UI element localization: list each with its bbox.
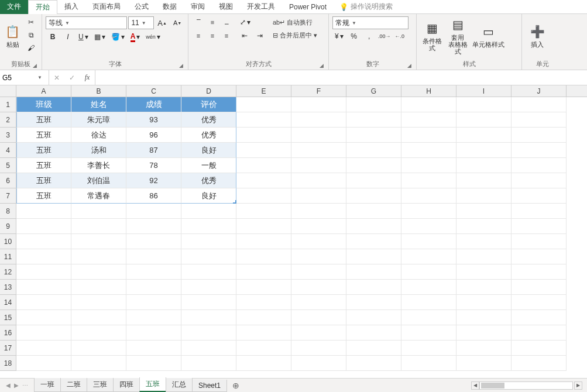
cell[interactable] — [16, 356, 71, 371]
row-header[interactable]: 6 — [0, 173, 16, 188]
cell[interactable] — [126, 295, 181, 310]
cancel-formula-button[interactable]: ✕ — [49, 70, 64, 85]
sheet-tab[interactable]: 四班 — [113, 378, 140, 392]
cell[interactable] — [291, 341, 346, 356]
tab-developer[interactable]: 开发工具 — [240, 0, 282, 14]
row-header[interactable]: 3 — [0, 128, 16, 143]
font-name-combo[interactable]: 等线▼ — [46, 16, 127, 29]
cell[interactable]: 朱元璋 — [71, 112, 126, 128]
cell[interactable] — [16, 204, 71, 219]
cell[interactable] — [512, 188, 567, 204]
cell[interactable] — [401, 143, 456, 158]
cell[interactable] — [71, 325, 126, 341]
cell[interactable] — [291, 249, 346, 264]
tab-data[interactable]: 数据 — [156, 0, 184, 14]
cell-styles-button[interactable]: ▭单元格样式 — [472, 16, 504, 55]
format-as-table-button[interactable]: ▤套用 表格格式 — [446, 16, 469, 55]
cell[interactable] — [456, 97, 512, 112]
cell[interactable] — [456, 234, 512, 249]
cell[interactable] — [16, 325, 71, 341]
cell[interactable] — [291, 310, 346, 325]
cell[interactable] — [16, 249, 71, 264]
row-header[interactable]: 17 — [0, 341, 16, 356]
cell[interactable]: 姓名 — [71, 97, 126, 112]
cell[interactable] — [456, 341, 512, 356]
cell[interactable] — [291, 325, 346, 341]
cell[interactable]: 班级 — [16, 97, 71, 112]
cell[interactable]: 93 — [126, 112, 181, 128]
clipboard-launcher[interactable]: ◢ — [33, 63, 37, 68]
sheet-tab[interactable]: 五班 — [139, 377, 166, 392]
row-header[interactable]: 9 — [0, 219, 16, 234]
cell[interactable] — [16, 234, 71, 249]
cell[interactable] — [181, 356, 236, 371]
sheet-tab[interactable]: 三班 — [87, 378, 114, 392]
cell[interactable] — [512, 173, 567, 188]
cell[interactable] — [401, 310, 456, 325]
row-header[interactable]: 2 — [0, 112, 16, 128]
cell[interactable] — [71, 204, 126, 219]
cell[interactable]: 五班 — [16, 128, 71, 143]
name-box-input[interactable] — [2, 74, 37, 82]
sheet-tab[interactable]: 汇总 — [166, 378, 193, 392]
cell[interactable] — [236, 356, 291, 371]
cell[interactable] — [456, 310, 512, 325]
cell[interactable] — [126, 249, 181, 264]
cell[interactable] — [291, 112, 346, 128]
row-header[interactable]: 18 — [0, 356, 16, 371]
align-middle-button[interactable]: ≡ — [206, 16, 219, 28]
cell[interactable] — [71, 295, 126, 310]
tab-home[interactable]: 开始 — [28, 0, 57, 14]
cell[interactable] — [291, 280, 346, 295]
cell[interactable] — [512, 249, 567, 264]
cell[interactable] — [236, 188, 291, 204]
sheet-nav-more[interactable]: ⋯ — [21, 382, 29, 388]
row-header[interactable]: 16 — [0, 325, 16, 341]
cell[interactable] — [456, 128, 512, 143]
number-format-combo[interactable]: 常规▼ — [332, 16, 409, 29]
cell[interactable] — [236, 341, 291, 356]
cell[interactable] — [346, 97, 401, 112]
cell[interactable] — [401, 341, 456, 356]
cell[interactable]: 成绩 — [126, 97, 181, 112]
column-header[interactable]: E — [236, 85, 291, 97]
comma-button[interactable]: , — [362, 30, 376, 42]
column-header[interactable]: D — [181, 85, 236, 97]
cell[interactable] — [126, 234, 181, 249]
italic-button[interactable]: I — [61, 31, 75, 43]
cell[interactable] — [291, 158, 346, 173]
cell[interactable] — [291, 264, 346, 280]
align-center-button[interactable]: ≡ — [206, 30, 219, 42]
cell[interactable] — [16, 310, 71, 325]
cell[interactable] — [181, 280, 236, 295]
cell[interactable] — [346, 158, 401, 173]
cell[interactable] — [401, 249, 456, 264]
cell[interactable] — [16, 341, 71, 356]
cell[interactable]: 92 — [126, 173, 181, 188]
sheet-tab[interactable]: Sheet1 — [192, 380, 227, 392]
cell[interactable] — [236, 112, 291, 128]
align-left-button[interactable]: ≡ — [192, 30, 205, 42]
row-header[interactable]: 1 — [0, 97, 16, 112]
tab-page-layout[interactable]: 页面布局 — [85, 0, 128, 14]
chevron-down-icon[interactable]: ▼ — [37, 75, 42, 80]
cell[interactable] — [401, 234, 456, 249]
underline-button[interactable]: U▾ — [76, 31, 91, 43]
increase-decimal-button[interactable]: .00→ — [377, 30, 392, 42]
cell[interactable] — [236, 204, 291, 219]
cell[interactable] — [236, 173, 291, 188]
cell[interactable] — [401, 325, 456, 341]
increase-font-button[interactable]: A▲ — [155, 17, 169, 29]
cell[interactable] — [401, 295, 456, 310]
row-header[interactable]: 8 — [0, 204, 16, 219]
cell[interactable] — [346, 341, 401, 356]
column-header[interactable]: F — [291, 85, 346, 97]
cell[interactable] — [512, 264, 567, 280]
cell[interactable] — [456, 249, 512, 264]
cell[interactable] — [71, 219, 126, 234]
tab-review[interactable]: 审阅 — [184, 0, 212, 14]
tab-view[interactable]: 视图 — [212, 0, 240, 14]
cell[interactable] — [291, 143, 346, 158]
cell[interactable]: 常遇春 — [71, 188, 126, 204]
scroll-track[interactable] — [479, 381, 573, 390]
